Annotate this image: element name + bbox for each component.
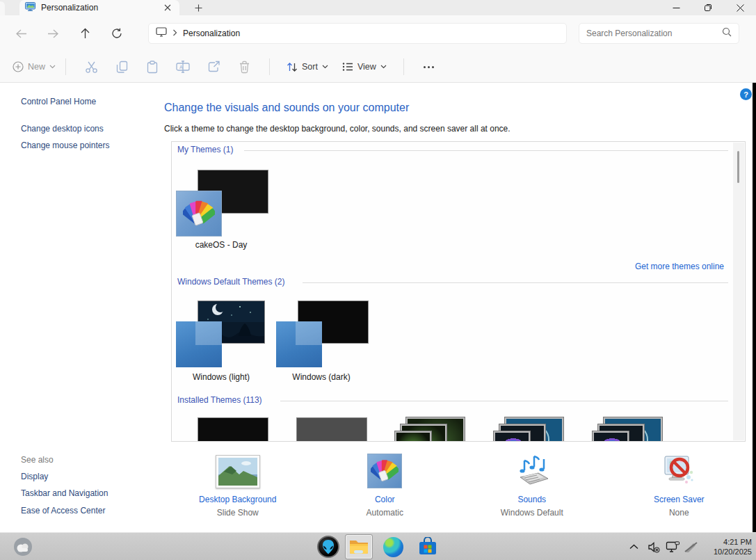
alienware-icon[interactable] (315, 535, 341, 559)
theme-icon-cakeos[interactable] (176, 191, 222, 237)
help-icon[interactable]: ? (740, 88, 752, 100)
address-bar[interactable]: Personalization (148, 23, 567, 44)
microsoft-store-icon[interactable] (415, 535, 441, 559)
view-button[interactable]: View (335, 55, 394, 79)
group-header-installed-themes: Installed Themes (113) (177, 395, 268, 405)
theme-icon-windows-dark[interactable] (276, 321, 322, 367)
tab-personalization[interactable]: Personalization (19, 0, 179, 15)
chevron-down-icon (380, 65, 387, 69)
share-icon[interactable] (198, 55, 229, 79)
toolbar-separator (403, 58, 404, 75)
desktop-background-strip (753, 83, 756, 532)
tab-bar-edge (0, 1, 5, 15)
screen-saver-value: None (669, 508, 689, 518)
taskbar-clock[interactable]: 4:21 PM 10/20/2025 (698, 537, 752, 557)
themes-panel: My Themes (1) cakeOS - Day Get more them… (171, 141, 746, 442)
sidebar-item-change-desktop-icons[interactable]: Change desktop icons (21, 124, 104, 134)
back-icon[interactable] (13, 25, 29, 42)
tab-bar: Personalization (0, 0, 756, 15)
volume-muted-icon[interactable] (648, 533, 661, 560)
chevron-down-icon (49, 65, 56, 69)
delete-icon[interactable] (229, 55, 259, 79)
desktop-background-icon[interactable] (216, 451, 260, 488)
copy-icon[interactable] (106, 55, 137, 79)
color-item[interactable]: Color Automatic (312, 451, 459, 529)
group-header-my-themes: My Themes (1) (177, 145, 239, 154)
paste-icon[interactable] (137, 55, 168, 79)
tab-close-icon[interactable] (161, 1, 174, 14)
search-icon[interactable] (722, 27, 732, 40)
panel-scrollbar[interactable] (733, 143, 744, 440)
see-also-heading: See also (21, 455, 54, 465)
tray-chevron-icon[interactable] (629, 533, 638, 560)
group-header-default-themes: Windows Default Themes (2) (177, 277, 291, 287)
clock-date: 10/20/2025 (698, 547, 752, 557)
desktop-background-item[interactable]: Desktop Background Slide Show (164, 451, 312, 529)
group-rule (280, 401, 728, 401)
rename-icon[interactable]: A (168, 55, 198, 79)
sidebar-item-change-mouse-pointers[interactable]: Change mouse pointers (21, 141, 109, 150)
sidebar-item-taskbar-navigation[interactable]: Taskbar and Navigation (21, 488, 108, 498)
personalization-app-icon (25, 1, 35, 14)
network-display-icon[interactable] (666, 533, 680, 560)
screen-saver-item[interactable]: Screen Saver None (606, 451, 753, 529)
theme-label-windows-light[interactable]: Windows (light) (172, 372, 271, 382)
sidebar-item-ease-of-access[interactable]: Ease of Access Center (21, 506, 105, 515)
group-rule (244, 150, 728, 151)
color-value: Automatic (367, 508, 403, 518)
sort-button[interactable]: Sort (280, 55, 335, 79)
forward-icon[interactable] (45, 25, 61, 42)
toolbar-separator (269, 58, 270, 75)
page-title: Change the visuals and sounds on your co… (164, 102, 409, 114)
new-button[interactable]: New (13, 61, 56, 72)
new-button-label: New (28, 62, 45, 72)
navigation-bar: Personalization (0, 15, 756, 51)
sort-icon (287, 62, 298, 72)
widgets-weather-icon[interactable] (10, 535, 36, 559)
color-icon[interactable] (367, 451, 402, 488)
close-button[interactable] (724, 0, 756, 15)
breadcrumb[interactable]: Personalization (183, 29, 240, 38)
cut-icon[interactable] (76, 55, 106, 79)
window-controls (660, 0, 756, 15)
sort-button-label: Sort (302, 62, 318, 72)
clock-time: 4:21 PM (698, 537, 752, 547)
group-rule (303, 282, 728, 283)
installed-theme-thumbnail[interactable] (198, 417, 268, 442)
page-subtitle: Click a theme to change the desktop back… (164, 124, 510, 134)
sounds-label[interactable]: Sounds (517, 495, 546, 504)
up-icon[interactable] (77, 25, 93, 42)
screen-saver-icon[interactable] (661, 451, 697, 488)
installed-theme-thumbnail[interactable] (494, 417, 565, 442)
get-more-themes-link[interactable]: Get more themes online (635, 262, 724, 271)
tab-title: Personalization (41, 3, 156, 13)
screen-saver-label[interactable]: Screen Saver (654, 495, 705, 504)
new-tab-icon[interactable] (192, 1, 204, 14)
command-toolbar: New A Sort View (0, 51, 756, 83)
pen-disabled-icon[interactable] (684, 533, 698, 560)
minimize-button[interactable] (660, 0, 692, 15)
file-explorer-icon[interactable] (346, 535, 372, 559)
content-area: Control Panel Home Change desktop icons … (0, 83, 753, 532)
more-options-icon[interactable] (414, 66, 444, 68)
sidebar-item-display[interactable]: Display (21, 472, 48, 481)
desktop-background-label[interactable]: Desktop Background (199, 495, 276, 504)
search-box[interactable] (579, 23, 739, 44)
refresh-icon[interactable] (108, 25, 125, 42)
theme-icon-windows-light[interactable] (176, 321, 222, 367)
sidebar-item-control-panel-home[interactable]: Control Panel Home (21, 97, 96, 106)
installed-theme-thumbnail[interactable] (296, 417, 367, 442)
theme-label-cakeos[interactable]: cakeOS - Day (172, 240, 271, 250)
installed-theme-thumbnail[interactable] (395, 417, 466, 442)
maximize-button[interactable] (692, 0, 724, 15)
color-label[interactable]: Color (375, 495, 395, 504)
sounds-item[interactable]: Sounds Windows Default (458, 451, 606, 529)
sounds-icon[interactable] (513, 451, 551, 488)
installed-theme-thumbnail[interactable] (593, 417, 663, 442)
edge-icon[interactable] (380, 535, 406, 559)
desktop-background-value: Slide Show (217, 508, 259, 518)
breadcrumb-chevron-icon (172, 29, 177, 38)
panel-scrollbar-thumb[interactable] (737, 151, 739, 183)
theme-label-windows-dark[interactable]: Windows (dark) (272, 372, 371, 382)
search-input[interactable] (586, 29, 722, 38)
